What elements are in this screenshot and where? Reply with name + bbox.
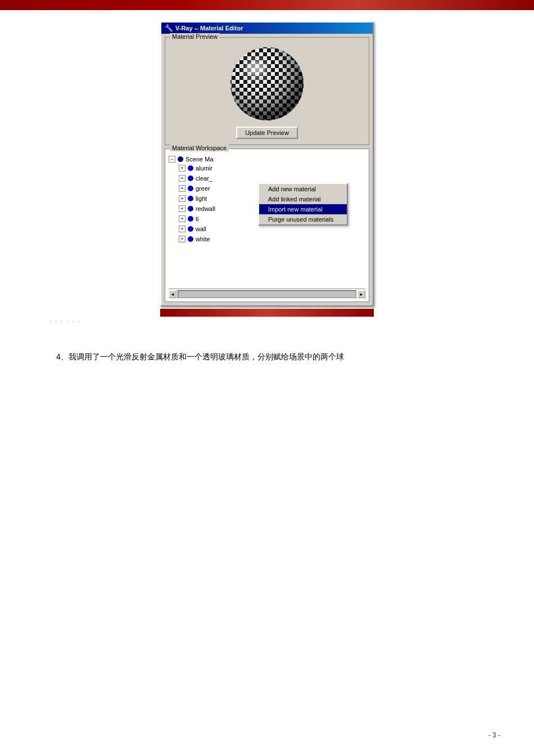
tree-expand-alumir[interactable]: + [179,165,185,172]
dot-white [188,236,193,242]
label-redwall: redwall [196,204,215,213]
tree-root-collapse[interactable]: − [169,156,175,163]
annotation-text: 4、我调用了一个光滑反射金属材质和一个透明玻璃材质，分别赋给场景中的两个球 [56,352,344,361]
sphere-preview [228,44,306,123]
label-wall: wall [196,224,206,233]
tree-expand-white[interactable]: + [179,236,185,242]
top-bar [0,0,534,10]
update-preview-button[interactable]: Update Preview [236,127,298,139]
dotted-line: · · · · · · [49,318,81,325]
sphere-svg [228,44,306,123]
page-container: 🔧 V-Ray -- Material Editor Material Prev… [0,0,534,756]
tree-expand-ti[interactable]: + [179,215,185,222]
menu-item-add-new[interactable]: Add new material [259,184,347,194]
label-light: light [196,194,207,203]
tree-root: − Scene Ma [169,156,365,163]
preview-group-label: Material Preview [170,33,220,40]
material-workspace-group: Material Workspace − Scene Ma + [165,148,369,302]
menu-item-import[interactable]: Import new material [259,204,347,214]
annotation: 4、我调用了一个光滑反射金属材质和一个透明玻璃材质，分别赋给场景中的两个球 [56,350,478,363]
tree-root-label: Scene Ma [185,156,214,163]
menu-item-add-linked[interactable]: Add linked material [259,194,347,204]
label-clear: clear_ [196,174,212,183]
label-white: white [196,235,210,244]
title-icon: 🔧 [165,24,173,32]
tree-expand-wall[interactable]: + [179,226,185,232]
label-green: greer [196,184,210,193]
dot-clear [188,176,193,181]
dot-light [188,196,193,201]
dot-redwall [188,206,193,212]
context-menu: Add new material Add linked material Imp… [258,183,348,226]
title-bar[interactable]: 🔧 V-Ray -- Material Editor [161,22,373,34]
svg-point-8 [246,61,266,75]
workspace-group-label: Material Workspace [170,145,229,151]
material-preview-group: Material Preview [165,37,369,145]
tree-expand-redwall[interactable]: + [179,205,185,212]
horizontal-scrollbar: ◄ ► [169,289,365,298]
svg-point-7 [230,47,304,120]
window-title: V-Ray -- Material Editor [175,25,243,32]
tree-expand-light[interactable]: + [179,195,185,202]
window-area: 🔧 V-Ray -- Material Editor Material Prev… [149,21,385,317]
dot-green [188,186,193,191]
preview-area: Update Preview [169,40,365,141]
tree-item-white: + white [179,235,365,244]
tree-root-dot [178,156,183,162]
tree-item-alumir: + alumir [179,164,365,173]
scroll-left-btn[interactable]: ◄ [169,290,177,298]
dot-ti [188,216,193,222]
bottom-red-decoration [160,309,374,317]
bottom-bar [149,309,385,317]
label-ti: ti [196,214,199,223]
tree-item-clear: + clear_ [179,174,365,183]
label-alumir: alumir [196,164,212,173]
dot-wall [188,226,193,232]
page-number: - 3 - [488,731,500,739]
dot-alumir [188,165,193,171]
tree-expand-green[interactable]: + [179,185,185,192]
tree-item-wall: + wall [179,224,365,233]
scroll-right-btn[interactable]: ► [357,290,365,298]
vray-body: Material Preview [161,34,373,305]
tree-expand-clear[interactable]: + [179,175,185,182]
menu-item-purge[interactable]: Purge unused materials [259,214,347,224]
scroll-track[interactable] [178,290,356,298]
vray-material-editor-window: 🔧 V-Ray -- Material Editor Material Prev… [160,21,374,307]
